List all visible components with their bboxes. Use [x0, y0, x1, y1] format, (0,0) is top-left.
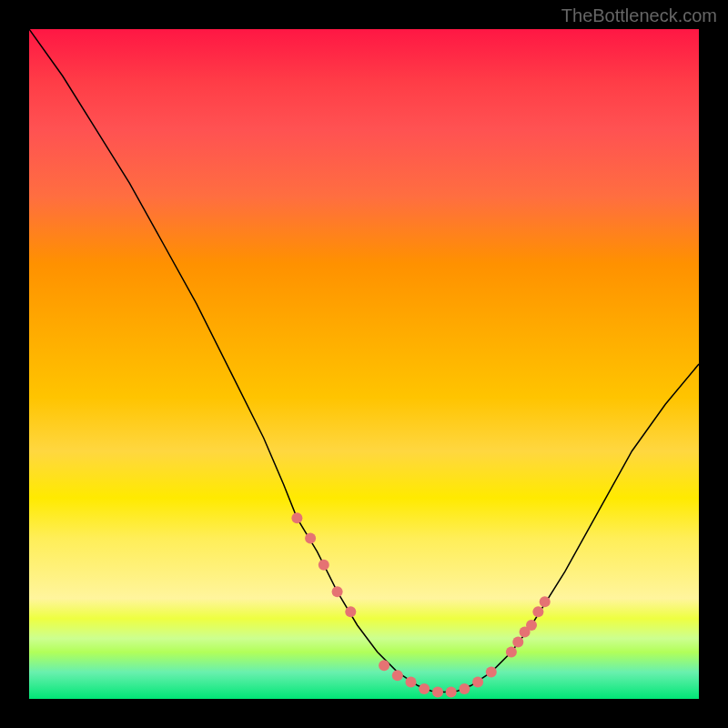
data-marker	[379, 660, 389, 671]
data-marker	[526, 620, 537, 631]
data-marker	[472, 677, 483, 688]
data-marker	[446, 687, 457, 698]
data-marker	[392, 670, 403, 681]
chart-plot-area	[29, 29, 699, 699]
attribution-text: TheBottleneck.com	[561, 5, 717, 26]
data-marker	[432, 687, 443, 698]
data-marker	[332, 586, 343, 597]
chart-svg	[29, 29, 699, 699]
marker-group	[291, 512, 550, 697]
data-marker	[291, 512, 302, 523]
data-marker	[532, 606, 543, 617]
data-marker	[486, 667, 497, 678]
bottleneck-curve	[29, 29, 699, 693]
data-marker	[305, 532, 316, 543]
data-marker	[512, 636, 523, 647]
data-marker	[540, 596, 551, 607]
data-marker	[459, 683, 470, 694]
data-marker	[318, 560, 329, 571]
data-marker	[419, 683, 430, 694]
data-marker	[345, 606, 356, 617]
data-marker	[506, 647, 517, 658]
data-marker	[406, 677, 417, 688]
